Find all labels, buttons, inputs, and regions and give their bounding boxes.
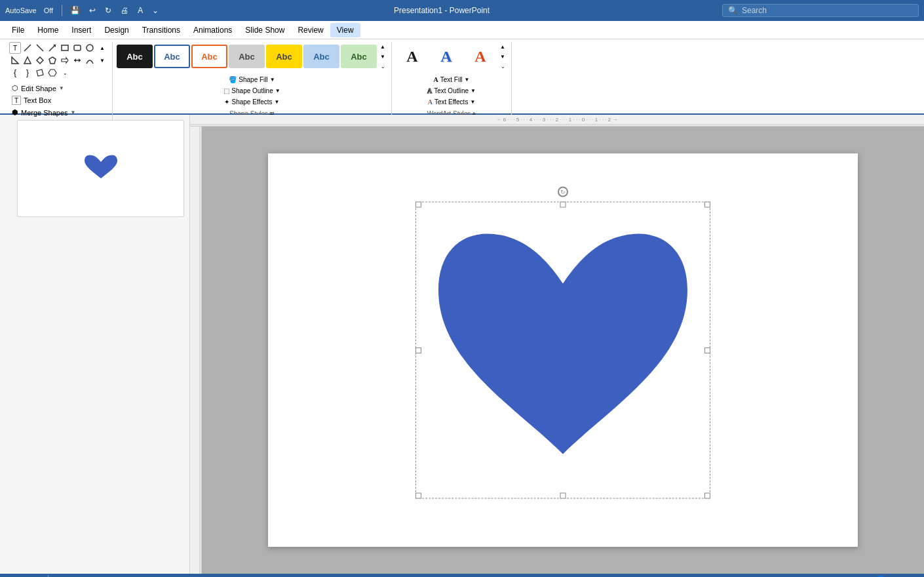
shape-outline-button[interactable]: ⬚ Shape Outline ▼ (117, 86, 387, 96)
text-effects-dropdown: ▼ (470, 99, 475, 105)
shapes-more[interactable]: ⌄ (59, 67, 71, 79)
menu-slideshow[interactable]: Slide Show (239, 23, 291, 37)
circle-tool[interactable] (84, 42, 96, 54)
right-triangle-tool[interactable] (9, 54, 21, 66)
brace-close-tool[interactable]: } (22, 67, 33, 79)
shape-style-orange-outline[interactable]: Abc (191, 45, 227, 68)
wordart-style-blue[interactable]: A (430, 45, 463, 68)
svg-marker-10 (49, 57, 56, 64)
hexagon-tool[interactable] (47, 67, 58, 79)
rotate-handle[interactable]: ↻ (558, 187, 568, 197)
text-box-tool[interactable]: T (9, 42, 21, 54)
line-tool[interactable] (22, 42, 33, 54)
redo-button[interactable]: ↻ (102, 5, 114, 16)
shape-effects-button[interactable]: ✦ Shape Effects ▼ (117, 97, 387, 107)
handle-top-center[interactable] (560, 202, 566, 208)
diagonal-line-tool[interactable] (34, 42, 46, 54)
slide-thumbnail-1[interactable] (17, 120, 184, 217)
shape-style-gray[interactable]: Abc (229, 45, 265, 68)
textbox-label: Text Box (24, 96, 51, 104)
search-box[interactable]: 🔍 (722, 4, 919, 17)
handle-bottom-left[interactable] (415, 493, 421, 499)
slide-canvas[interactable]: ↻ (268, 153, 858, 547)
merge-shapes-button[interactable]: ⬢ Merge Shapes ▼ (9, 107, 108, 118)
textbox-button[interactable]: T Text Box (9, 94, 108, 106)
handle-bottom-right[interactable] (704, 493, 710, 499)
shape-fill-button[interactable]: 🪣 Shape Fill ▼ (117, 75, 387, 85)
menu-review[interactable]: Review (291, 23, 330, 37)
wordart-style-black[interactable]: A (396, 45, 429, 68)
shape-style-dark[interactable]: Abc (117, 45, 153, 68)
brace-open-tool[interactable]: { (9, 67, 21, 79)
shape-effects-label: Shape Effects (231, 98, 272, 106)
handle-mid-left[interactable] (415, 348, 421, 353)
shape-style-blue-outline[interactable]: Abc (154, 45, 190, 68)
slide-thumb-content (20, 123, 181, 214)
textbox-icon: T (12, 96, 21, 105)
scroll-shapes-up[interactable]: ▲ (96, 42, 108, 54)
svg-rect-20 (190, 127, 202, 574)
slide-panel: 1 (0, 115, 190, 574)
rotate-icon: ↻ (560, 189, 566, 195)
menu-animations[interactable]: Animations (187, 23, 239, 37)
shape-styles-scroll-up[interactable]: ▲ (378, 42, 387, 51)
shape-effects-icon: ✦ (224, 98, 229, 106)
svg-marker-7 (12, 57, 18, 64)
menu-transitions[interactable]: Transitions (136, 23, 187, 37)
handle-top-left[interactable] (415, 202, 421, 208)
shape-styles-scroll-down[interactable]: ▼ (378, 52, 387, 61)
handle-top-right[interactable] (704, 202, 710, 208)
shape-fill-dropdown: ▼ (270, 77, 275, 83)
undo-button[interactable]: ↩ (87, 5, 98, 16)
wordart-scroll-down[interactable]: ▼ (498, 52, 507, 61)
heart-selection-container[interactable]: ↻ (419, 205, 707, 496)
curve-tool[interactable] (84, 54, 96, 66)
format-button[interactable]: A (135, 5, 145, 16)
triangle-tool[interactable] (22, 54, 33, 66)
shape-style-blue-light[interactable]: Abc (303, 45, 339, 68)
heart-shape[interactable] (419, 205, 707, 494)
handle-bottom-center[interactable] (560, 493, 566, 499)
edit-shape-label: Edit Shape (21, 85, 56, 92)
menu-view[interactable]: View (330, 23, 360, 37)
scroll-shapes-down[interactable]: ▼ (96, 54, 108, 66)
autosave-toggle[interactable]: Off (41, 5, 56, 16)
print-button[interactable]: 🖨 (118, 5, 131, 16)
status-bar: Slide 1 of 1 Notes Comments 53% (0, 574, 924, 577)
diamond-tool[interactable] (34, 54, 46, 66)
shape-style-green[interactable]: Abc (341, 45, 377, 68)
menu-insert[interactable]: Insert (65, 23, 98, 37)
parallelogram-tool[interactable] (34, 67, 46, 79)
shape-outline-label: Shape Outline (231, 87, 273, 94)
customize-qat-button[interactable]: ⌄ (149, 5, 161, 16)
menu-file[interactable]: File (5, 23, 31, 37)
wordart-scroll-up[interactable]: ▲ (498, 42, 507, 51)
edit-shape-button[interactable]: ⬡ Edit Shape ▼ (9, 83, 108, 94)
canvas-area: ← 6 · · · 5 · · · 4 · · · 3 · · · 2 · · … (190, 115, 924, 574)
wordart-expand[interactable]: ⌄ (498, 62, 507, 71)
wordart-style-gradient[interactable]: A (464, 45, 497, 68)
svg-line-1 (37, 45, 43, 51)
svg-marker-13 (74, 58, 76, 62)
menu-design[interactable]: Design (98, 23, 135, 37)
save-button[interactable]: 💾 (67, 5, 83, 16)
pentagon-tool[interactable] (47, 54, 58, 66)
rectangle-tool[interactable] (59, 42, 71, 54)
shape-style-yellow[interactable]: Abc (266, 45, 302, 68)
rounded-rect-tool[interactable] (71, 42, 83, 54)
main-area: 1 ← 6 (0, 115, 924, 574)
edit-shape-icon: ⬡ (12, 84, 18, 92)
vertical-ruler (190, 127, 202, 574)
right-arrow-tool[interactable] (59, 54, 71, 66)
text-effects-button[interactable]: A Text Effects ▼ (396, 97, 507, 107)
search-input[interactable] (742, 6, 873, 15)
svg-marker-8 (24, 57, 31, 64)
separator (62, 5, 62, 16)
handle-mid-right[interactable] (704, 348, 710, 353)
shape-styles-expand[interactable]: ⌄ (378, 62, 387, 71)
menu-home[interactable]: Home (31, 23, 65, 37)
arrow-tool[interactable] (47, 42, 58, 54)
text-fill-button[interactable]: A Text Fill ▼ (396, 75, 507, 85)
double-arrow-tool[interactable] (71, 54, 83, 66)
text-outline-button[interactable]: A Text Outline ▼ (396, 86, 507, 96)
